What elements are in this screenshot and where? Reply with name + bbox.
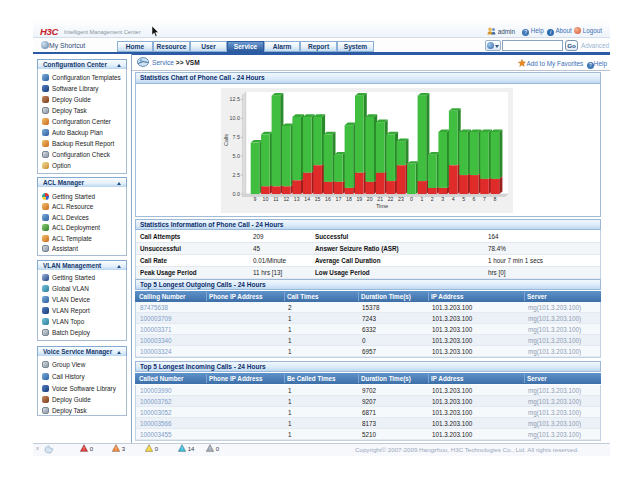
svg-text:20: 20 xyxy=(367,196,373,202)
svg-text:!: ! xyxy=(115,446,116,452)
svg-text:!: ! xyxy=(181,446,182,452)
svg-text:7: 7 xyxy=(483,196,486,202)
svg-text:10: 10 xyxy=(263,196,269,202)
svg-text:15: 15 xyxy=(315,196,321,202)
svg-text:Calls: Calls xyxy=(223,134,229,146)
svg-text:9: 9 xyxy=(254,196,257,202)
svg-text:!: ! xyxy=(148,446,149,452)
svg-text:2.5: 2.5 xyxy=(233,172,241,178)
svg-text:11: 11 xyxy=(273,196,278,202)
svg-text:22: 22 xyxy=(388,196,394,202)
svg-text:10.0: 10.0 xyxy=(230,115,241,121)
svg-text:14: 14 xyxy=(304,196,310,202)
svg-text:17: 17 xyxy=(336,196,342,202)
svg-text:0: 0 xyxy=(410,196,413,202)
svg-text:!: ! xyxy=(83,446,84,452)
svg-text:2: 2 xyxy=(431,196,434,202)
svg-text:3: 3 xyxy=(441,196,444,202)
svg-text:5.0: 5.0 xyxy=(233,153,241,159)
svg-text:8: 8 xyxy=(493,196,496,202)
svg-text:7.5: 7.5 xyxy=(233,134,241,140)
svg-text:12.5: 12.5 xyxy=(230,96,241,102)
svg-text:18: 18 xyxy=(346,196,352,202)
svg-text:21: 21 xyxy=(377,196,383,202)
svg-text:!: ! xyxy=(209,446,210,452)
svg-text:16: 16 xyxy=(325,196,331,202)
svg-text:5: 5 xyxy=(462,196,465,202)
svg-text:13: 13 xyxy=(294,196,300,202)
svg-text:12: 12 xyxy=(283,196,289,202)
svg-text:Time: Time xyxy=(376,203,388,209)
svg-text:0.0: 0.0 xyxy=(233,191,241,197)
svg-text:23: 23 xyxy=(398,196,404,202)
svg-text:6: 6 xyxy=(473,196,476,202)
svg-text:1: 1 xyxy=(420,196,423,202)
svg-text:4: 4 xyxy=(452,196,455,202)
svg-text:19: 19 xyxy=(356,196,362,202)
